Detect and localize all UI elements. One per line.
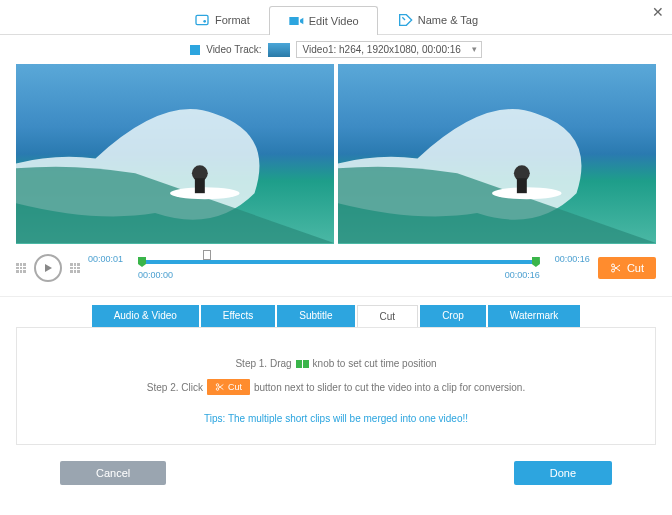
track-selected: Video1: h264, 1920x1080, 00:00:16: [303, 44, 461, 55]
tab-edit-video[interactable]: Edit Video: [269, 6, 378, 35]
subtab-watermark[interactable]: Watermark: [488, 305, 581, 327]
tips-text: Tips: The multiple short clips will be m…: [27, 413, 645, 424]
play-button[interactable]: [34, 254, 62, 282]
cut-start-marker[interactable]: [138, 257, 146, 267]
top-tabs: Format Edit Video Name & Tag: [0, 0, 672, 35]
tab-format-label: Format: [215, 14, 250, 26]
frame-fwd-icon[interactable]: [70, 263, 80, 273]
tab-format[interactable]: Format: [175, 5, 269, 34]
cut-end-marker[interactable]: [532, 257, 540, 267]
subtab-audio-video[interactable]: Audio & Video: [92, 305, 199, 327]
scissors-icon: [610, 262, 622, 274]
name-tag-icon: [397, 12, 413, 28]
format-icon: [194, 12, 210, 28]
film-icon: [190, 45, 200, 55]
playback-controls: 00:00:01 00:00:16 00:00:00 00:00:16 Cut: [0, 244, 672, 292]
result-preview: [338, 64, 656, 244]
close-icon[interactable]: ✕: [652, 4, 664, 20]
timeline-slider[interactable]: 00:00:01 00:00:16 00:00:00 00:00:16: [88, 252, 590, 284]
edit-video-icon: [288, 13, 304, 29]
tab-edit-label: Edit Video: [309, 15, 359, 27]
original-preview: [16, 64, 334, 244]
tab-name-label: Name & Tag: [418, 14, 478, 26]
time-current: 00:00:01: [88, 254, 123, 264]
svg-point-1: [203, 20, 206, 23]
time-end-top: 00:00:16: [555, 254, 590, 264]
track-dropdown[interactable]: Video1: h264, 1920x1080, 00:00:16: [296, 41, 482, 58]
playhead-handle[interactable]: [203, 250, 211, 260]
tab-name-tag[interactable]: Name & Tag: [378, 5, 497, 34]
cut-button-label: Cut: [627, 262, 644, 274]
svg-rect-3: [190, 45, 200, 55]
knob-icon: [296, 360, 309, 368]
step-2: Step 2. Click Cut button next to slider …: [27, 379, 645, 395]
mini-cut-icon: Cut: [207, 379, 250, 395]
svg-rect-9: [517, 178, 527, 193]
track-label: Video Track:: [206, 44, 261, 55]
subtab-subtitle[interactable]: Subtitle: [277, 305, 354, 327]
svg-rect-6: [195, 178, 205, 193]
cancel-button[interactable]: Cancel: [60, 461, 166, 485]
svg-rect-0: [196, 15, 208, 24]
svg-rect-2: [289, 17, 298, 25]
cut-button[interactable]: Cut: [598, 257, 656, 279]
step-1: Step 1. Drag knob to set cut time positi…: [27, 358, 645, 369]
dialog-footer: Cancel Done: [0, 453, 672, 495]
subtab-effects[interactable]: Effects: [201, 305, 275, 327]
preview-area: ▷ Original Preview 🔍: [0, 64, 672, 244]
video-track-row: Video Track: Video1: h264, 1920x1080, 00…: [0, 35, 672, 64]
time-end-bottom: 00:00:16: [505, 270, 540, 280]
frame-back-icon[interactable]: [16, 263, 26, 273]
done-button[interactable]: Done: [514, 461, 612, 485]
cut-instructions: Step 1. Drag knob to set cut time positi…: [16, 327, 656, 445]
time-start-bottom: 00:00:00: [138, 270, 173, 280]
subtab-cut[interactable]: Cut: [357, 305, 419, 327]
edit-subtabs: Audio & Video Effects Subtitle Cut Crop …: [0, 296, 672, 327]
subtab-crop[interactable]: Crop: [420, 305, 486, 327]
slider-track[interactable]: [138, 260, 540, 264]
track-thumbnail: [268, 43, 290, 57]
